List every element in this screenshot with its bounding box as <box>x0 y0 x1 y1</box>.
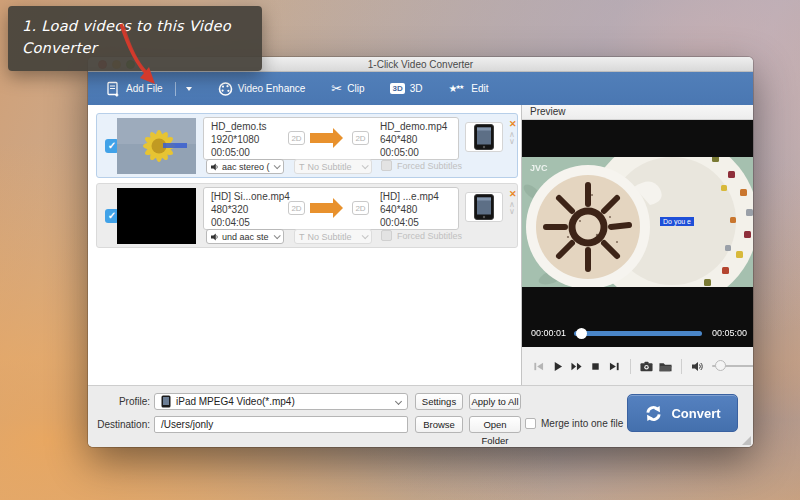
convert-arrows-icon <box>644 405 663 422</box>
subtitle-value: No Subtitle <box>308 162 352 172</box>
move-down-icon[interactable]: ∨ <box>509 138 515 145</box>
add-file-dropdown-caret-icon[interactable] <box>186 87 192 91</box>
preview-video-frame: JVC Do you e <box>522 157 753 287</box>
open-snapshot-folder-button[interactable] <box>659 360 672 373</box>
preview-panel: Preview <box>521 105 753 385</box>
seek-handle[interactable] <box>576 328 587 339</box>
fast-forward-button[interactable] <box>570 360 583 373</box>
bottom-panel: Profile: iPad MPEG4 Video(*.mp4) Setting… <box>88 385 753 447</box>
2d-badge-source: 2D <box>288 201 305 215</box>
video-row-1[interactable]: ✓ H <box>96 113 518 178</box>
target-info: [HD] ...e.mp4 640*480 00:04:05 <box>380 190 439 229</box>
clip-button[interactable]: ✂ Clip <box>331 81 364 96</box>
subtitle-t-icon: T <box>299 162 305 172</box>
video-subtitle-overlay: Do you e <box>660 217 694 226</box>
seek-bar[interactable] <box>574 331 702 336</box>
red-arrow-icon <box>103 20 173 92</box>
remove-row-button[interactable]: ✕ <box>509 120 517 129</box>
preview-screen[interactable]: JVC Do you e 00:00:01 00:05:00 <box>522 120 753 347</box>
chevron-down-icon <box>362 162 369 169</box>
target-resolution: 640*480 <box>380 133 447 146</box>
apply-to-all-button[interactable]: Apply to All <box>469 393 521 410</box>
merge-checkbox[interactable] <box>525 418 536 429</box>
forced-subtitles-option: Forced Subtitles <box>381 160 462 171</box>
divider <box>175 82 176 96</box>
3d-badge-icon: 3D <box>390 83 404 94</box>
profile-value: iPad MPEG4 Video(*.mp4) <box>176 396 295 407</box>
previous-button[interactable] <box>532 360 545 373</box>
2d-badge-target: 2D <box>352 131 369 145</box>
chevron-down-icon <box>395 398 402 405</box>
subtitle-select: T No Subtitle <box>294 229 372 244</box>
chevron-down-icon <box>274 232 281 239</box>
stop-button[interactable] <box>589 360 602 373</box>
remove-row-button[interactable]: ✕ <box>509 190 517 199</box>
subtitle-select: T No Subtitle <box>294 159 372 174</box>
forced-subtitles-checkbox <box>381 160 392 171</box>
palette-icon <box>218 82 233 96</box>
audio-track-select[interactable]: und aac ste <box>206 229 284 244</box>
resize-grip[interactable] <box>742 436 751 445</box>
2d-badge-source: 2D <box>288 131 305 145</box>
device-profile-box <box>465 122 503 152</box>
clip-label: Clip <box>347 83 364 94</box>
destination-input[interactable]: /Users/jonly <box>154 416 408 433</box>
jvc-watermark: JVC <box>530 163 548 173</box>
conversion-info-box: HD_demo.ts 1920*1080 00:05:00 2D 2D HD_d… <box>203 117 459 160</box>
merge-option[interactable]: Merge into one file <box>525 418 623 429</box>
playback-time-row: 00:00:01 00:05:00 <box>522 326 753 340</box>
source-filename: HD_demo.ts <box>211 120 267 133</box>
stars-icon: ★★★ <box>449 83 463 94</box>
toolbar: Add File Video Enhance ✂ Clip 3D 3D ★★★ … <box>88 72 753 105</box>
ipad-icon <box>474 124 494 150</box>
snapshot-camera-button[interactable] <box>640 360 653 373</box>
target-filename: HD_demo.mp4 <box>380 120 447 133</box>
settings-button[interactable]: Settings <box>415 393 463 410</box>
convert-button[interactable]: Convert <box>627 394 738 432</box>
edit-button[interactable]: ★★★ Edit <box>449 83 489 94</box>
browse-button[interactable]: Browse <box>415 416 463 433</box>
reorder-arrows[interactable]: ∧ ∨ <box>509 131 515 145</box>
move-down-icon[interactable]: ∨ <box>509 208 515 215</box>
play-button[interactable] <box>551 360 564 373</box>
source-duration: 00:05:00 <box>211 146 267 159</box>
convert-label: Convert <box>671 406 720 421</box>
source-duration: 00:04:05 <box>211 216 290 229</box>
destination-label: Destination: <box>88 419 150 430</box>
app-window: 1-Click Video Converter Add File Video E… <box>88 57 753 447</box>
divider <box>681 359 682 374</box>
playback-controls <box>522 347 753 385</box>
video-enhance-button[interactable]: Video Enhance <box>218 82 306 96</box>
reorder-arrows[interactable]: ∧ ∨ <box>509 201 515 215</box>
divider <box>630 359 631 374</box>
main-content: ✓ H <box>88 105 753 385</box>
profile-label: Profile: <box>88 396 150 407</box>
volume-slider[interactable] <box>712 365 753 367</box>
profile-select[interactable]: iPad MPEG4 Video(*.mp4) <box>154 393 408 410</box>
3d-label: 3D <box>410 83 423 94</box>
convert-direction-arrow-icon <box>310 133 334 143</box>
target-duration: 00:05:00 <box>380 146 447 159</box>
video-thumbnail <box>117 118 196 174</box>
3d-button[interactable]: 3D 3D <box>390 83 422 94</box>
video-thumbnail <box>117 188 196 244</box>
forced-subtitles-label: Forced Subtitles <box>397 161 462 171</box>
chevron-down-icon <box>274 162 281 169</box>
volume-speaker-icon[interactable] <box>691 360 704 373</box>
next-button[interactable] <box>608 360 621 373</box>
forced-subtitles-label: Forced Subtitles <box>397 231 462 241</box>
open-folder-button[interactable]: Open Folder <box>469 416 521 433</box>
target-duration: 00:04:05 <box>380 216 439 229</box>
ipad-icon <box>474 194 494 220</box>
total-time: 00:05:00 <box>712 328 747 338</box>
video-row-2[interactable]: ✓ [HD] Si...one.mp4 480*320 00:04:05 2D … <box>96 183 518 248</box>
speaker-icon <box>211 233 219 241</box>
audio-track-value: und aac ste <box>222 232 269 242</box>
conversion-info-box: [HD] Si...one.mp4 480*320 00:04:05 2D 2D… <box>203 187 459 230</box>
volume-handle[interactable] <box>715 360 726 371</box>
audio-track-select[interactable]: aac stereo ( <box>206 159 284 174</box>
merge-label: Merge into one file <box>541 418 623 429</box>
subtitle-value: No Subtitle <box>308 232 352 242</box>
target-resolution: 640*480 <box>380 203 439 216</box>
scissors-icon: ✂ <box>331 81 342 96</box>
